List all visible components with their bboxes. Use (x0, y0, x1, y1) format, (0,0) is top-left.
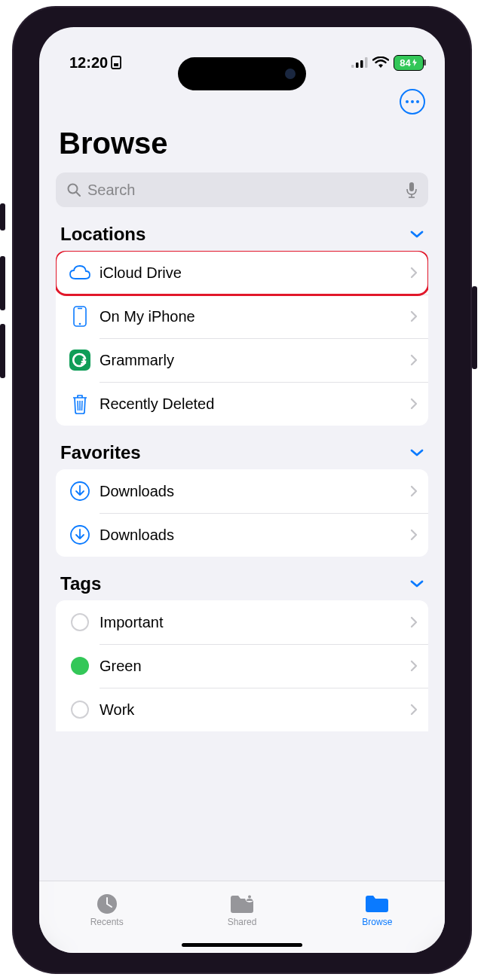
locations-header[interactable]: Locations (56, 224, 428, 251)
tag-dot-icon (66, 613, 93, 631)
svg-rect-1 (114, 63, 118, 66)
locations-title: Locations (60, 224, 146, 245)
chevron-right-icon (410, 398, 418, 410)
location-grammarly[interactable]: Grammarly (56, 338, 428, 382)
side-button (0, 203, 5, 230)
search-input[interactable]: Search (56, 172, 428, 207)
chevron-right-icon (410, 310, 418, 322)
chevron-right-icon (410, 529, 418, 541)
tag-work[interactable]: Work (56, 688, 428, 731)
dictate-icon[interactable] (406, 182, 418, 198)
wifi-icon (372, 56, 389, 69)
chevron-down-icon (410, 448, 424, 457)
volume-down-button (0, 324, 5, 378)
row-label: Grammarly (100, 352, 410, 369)
favorite-downloads[interactable]: Downloads (56, 469, 428, 513)
row-label: Recently Deleted (100, 395, 410, 413)
svg-point-6 (406, 100, 409, 103)
svg-point-25 (248, 895, 251, 898)
folder-icon (364, 893, 390, 915)
tab-label: Recents (90, 917, 124, 927)
tab-recents[interactable]: Recents (39, 881, 174, 938)
chevron-right-icon (410, 267, 418, 279)
svg-point-15 (79, 323, 81, 325)
tags-title: Tags (60, 573, 101, 594)
tags-header[interactable]: Tags (56, 573, 428, 600)
svg-line-18 (78, 401, 78, 411)
favorites-header[interactable]: Favorites (56, 442, 428, 469)
status-time: 12:20 (69, 54, 108, 72)
download-icon (66, 481, 93, 502)
chevron-right-icon (410, 704, 418, 716)
ellipsis-icon (406, 100, 419, 103)
tags-section: Tags Important Green (39, 573, 445, 731)
chevron-down-icon (410, 579, 424, 588)
tab-bar: Recents Shared Browse (39, 881, 445, 953)
tab-label: Shared (228, 917, 257, 927)
tab-label: Browse (362, 917, 392, 927)
download-icon (66, 524, 93, 545)
trash-icon (66, 393, 93, 414)
chevron-right-icon (410, 616, 418, 628)
search-icon (66, 182, 81, 197)
row-label: Green (100, 658, 410, 675)
cloud-icon (66, 264, 93, 281)
chevron-right-icon (410, 354, 418, 366)
svg-rect-4 (360, 60, 363, 68)
chevron-right-icon (410, 485, 418, 497)
row-label: Important (100, 614, 410, 631)
volume-up-button (0, 256, 5, 310)
svg-rect-11 (409, 182, 414, 191)
cell-signal-icon (351, 57, 368, 68)
search-placeholder: Search (87, 182, 406, 199)
camera-dot (285, 69, 296, 79)
dynamic-island (178, 57, 306, 90)
clock-icon (96, 893, 118, 915)
favorite-downloads[interactable]: Downloads (56, 513, 428, 557)
tag-important[interactable]: Important (56, 600, 428, 644)
favorites-card: Downloads Downloads (56, 469, 428, 557)
row-label: Work (100, 701, 410, 719)
iphone-icon (66, 306, 93, 327)
tag-dot-icon (66, 701, 93, 719)
grammarly-icon (66, 350, 93, 371)
tags-card: Important Green Work (56, 600, 428, 731)
locations-card: iCloud Drive On My iPhone (56, 251, 428, 426)
svg-line-20 (82, 401, 83, 411)
svg-line-10 (77, 193, 81, 197)
row-label: Downloads (100, 483, 410, 500)
svg-point-7 (411, 100, 414, 103)
chevron-down-icon (410, 230, 424, 239)
phone-frame: 12:20 84 (14, 8, 470, 972)
locations-section: Locations iCloud Drive (39, 224, 445, 426)
battery-indicator: 84 (394, 55, 424, 71)
sim-icon (111, 56, 121, 69)
svg-rect-0 (112, 56, 121, 69)
row-label: iCloud Drive (100, 264, 410, 282)
home-indicator[interactable] (182, 943, 302, 947)
shared-folder-icon (229, 893, 255, 915)
svg-rect-5 (365, 57, 368, 68)
row-label: On My iPhone (100, 308, 410, 325)
power-button (472, 286, 477, 369)
row-label: Downloads (100, 527, 410, 544)
tag-green[interactable]: Green (56, 644, 428, 688)
favorites-title: Favorites (60, 442, 141, 463)
more-button[interactable] (400, 89, 425, 114)
chevron-right-icon (410, 660, 418, 672)
favorites-section: Favorites Downloads (39, 442, 445, 557)
tab-shared[interactable]: Shared (174, 881, 309, 938)
location-icloud-drive[interactable]: iCloud Drive (56, 251, 428, 295)
tag-dot-icon (66, 657, 93, 675)
svg-rect-3 (356, 63, 359, 68)
svg-point-9 (69, 185, 78, 194)
svg-rect-2 (351, 65, 354, 68)
location-recently-deleted[interactable]: Recently Deleted (56, 382, 428, 426)
location-on-my-iphone[interactable]: On My iPhone (56, 295, 428, 338)
svg-point-8 (416, 100, 419, 103)
tab-browse[interactable]: Browse (310, 881, 445, 938)
screen: 12:20 84 (39, 27, 445, 953)
page-title: Browse (39, 114, 445, 168)
